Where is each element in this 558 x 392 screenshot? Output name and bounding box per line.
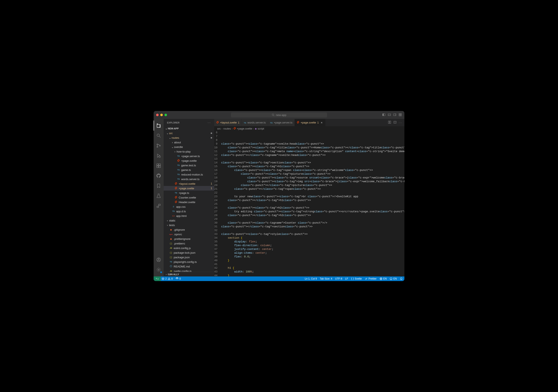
tree-row[interactable]: +page.svelte1 [164,186,214,191]
tree-row[interactable]: ◆.prettierignore [164,236,214,241]
editor-tab[interactable]: +layout.svelte1 [214,119,242,126]
breadcrumb-segment[interactable]: routes [223,127,231,130]
tree-row[interactable]: ›how-to-play [164,149,214,154]
tree-row[interactable]: TSplaywright.config.ts [164,260,214,264]
activity-search[interactable] [154,131,164,141]
status-encoding[interactable]: UTF-8 [335,277,342,280]
code-line: class="c-punct"><class="c-tag">h1class="… [221,165,404,168]
command-center-text: new-app [276,113,286,117]
layout-primary-sidebar-icon[interactable] [382,113,386,117]
tree-row[interactable]: JSsvelte.config.js [164,269,214,272]
status-ports[interactable]: 0 [175,277,181,280]
svg-point-10 [157,144,158,145]
breadcrumb-segment[interactable]: ◈ script [255,127,264,130]
editor-tab[interactable]: TS+page.server.ts [268,119,295,126]
file-label: app.d.ts [176,210,212,213]
status-cursor[interactable]: Ln 1, Col 9 [305,277,317,280]
line-number: 30 [214,221,218,225]
tree-row[interactable]: ⌄routes [164,135,214,140]
tree-row[interactable]: <>app.html [164,214,214,218]
titlebar-actions [382,113,402,117]
activity-extensions[interactable] [154,161,164,171]
activity-github[interactable] [154,171,164,181]
error-icon [162,277,165,280]
status-bell[interactable] [400,277,403,280]
svelte-file-icon [216,121,219,124]
tree-row[interactable]: TSgame.test.ts [164,163,214,168]
activity-i18n[interactable] [154,201,164,211]
status-problems[interactable]: 2 0 [162,277,173,280]
status-tabsize[interactable]: Tab Size: 4 [320,277,332,280]
warning-count: 0 [171,277,173,280]
status-eol[interactable]: LF [345,277,348,280]
tree-row[interactable]: Header.svelte [164,200,214,204]
editor-tab[interactable]: +page.svelte1× [295,119,326,126]
tree-row[interactable]: { }package.json [164,255,214,260]
tree-row[interactable]: npm.npmrc [164,232,214,236]
editor-tab[interactable]: TSwords.server.ts [242,119,268,126]
status-lang1[interactable]: EN [380,277,387,280]
file-tree[interactable]: ⌄src⌄routes›about⌄sverdle›how-to-playTS+… [164,131,214,272]
code-content[interactable]: class="c-punct"><class="c-tagname">svelt… [221,131,404,277]
status-language[interactable]: Svelte [351,277,362,280]
file-label: app.html [176,214,212,218]
tree-row[interactable]: #app.css [164,204,214,209]
tab-close-icon[interactable]: × [320,121,323,124]
tree-row[interactable]: { }.prettierrc [164,241,214,246]
compare-changes-icon[interactable] [388,121,391,124]
svg-rect-17 [159,164,160,166]
tree-row[interactable]: ◆.gitignore [164,227,214,232]
tree-row[interactable]: TS+page.server.ts [164,154,214,158]
layout-secondary-sidebar-icon[interactable] [393,113,396,117]
i18n-section-header[interactable]: › I18N ALLY [164,272,214,277]
tree-row[interactable]: TSwords.server.ts [164,177,214,181]
sidebar-more-icon[interactable]: ··· [208,122,211,124]
code-line [221,157,404,161]
tree-row[interactable]: TSgame.ts [164,168,214,172]
file-label: +page.svelte [179,187,210,190]
status-lang2[interactable]: EN [390,277,397,280]
breadcrumb-segment[interactable]: src [217,127,221,130]
activity-explorer[interactable] [154,121,164,131]
editor-more-icon[interactable]: ··· [399,121,402,124]
activity-test[interactable] [154,191,164,201]
tree-row[interactable]: +page.svelte [164,158,214,163]
status-prettier[interactable]: Prettier [365,277,377,280]
command-center[interactable]: new-app [231,113,327,117]
project-section-header[interactable]: ⌄ NEW-APP [164,126,214,131]
tree-row[interactable]: TS+page.ts [164,191,214,195]
tree-row[interactable]: JSeslint.config.js [164,246,214,250]
layout-panel-icon[interactable] [388,113,391,117]
activity-accounts[interactable] [154,255,164,265]
svg-point-13 [159,156,160,157]
tree-row[interactable]: ›about [164,140,214,145]
activity-run-debug[interactable] [154,151,164,161]
tree-row[interactable]: ›static [164,218,214,223]
activity-source-control[interactable] [154,141,164,151]
tree-row[interactable]: ⌄src [164,131,214,135]
tree-row[interactable]: README.md [164,264,214,269]
breadcrumb-segment[interactable]: +page.svelte [234,127,252,130]
tree-row[interactable]: ⌄sverdle [164,145,214,149]
code-editor[interactable]: 6789101112131415161718192021222324252627… [214,131,404,277]
line-number: 14 [214,161,218,165]
tree-row[interactable]: { }package-lock.json [164,250,214,255]
code-line: class="c-punct"><class="c-tag">titleclas… [221,146,404,150]
modified-dot-icon [211,132,212,134]
activity-bookmarks[interactable] [154,181,164,191]
tree-row[interactable]: ›tests [164,223,214,227]
split-editor-icon[interactable] [393,121,397,124]
window-close-button[interactable] [156,114,159,116]
code-line: class="c-punct"><class="c-tag">source sr… [221,176,404,180]
remote-indicator[interactable] [154,277,161,281]
tree-row[interactable]: TSreduced-motion.ts [164,172,214,177]
window-maximize-button[interactable] [165,114,167,116]
tree-row[interactable]: Counter.svelte [164,195,214,200]
customize-layout-icon[interactable] [399,113,402,117]
chevron-right-icon: › [171,141,174,144]
tree-row[interactable]: +layout.svelte1 [164,181,214,186]
tree-row[interactable]: TSapp.d.ts [164,209,214,214]
breadcrumbs[interactable]: src›routes› +page.svelte›◈ script [214,126,404,131]
activity-settings[interactable] [154,265,164,275]
window-minimize-button[interactable] [160,114,163,116]
